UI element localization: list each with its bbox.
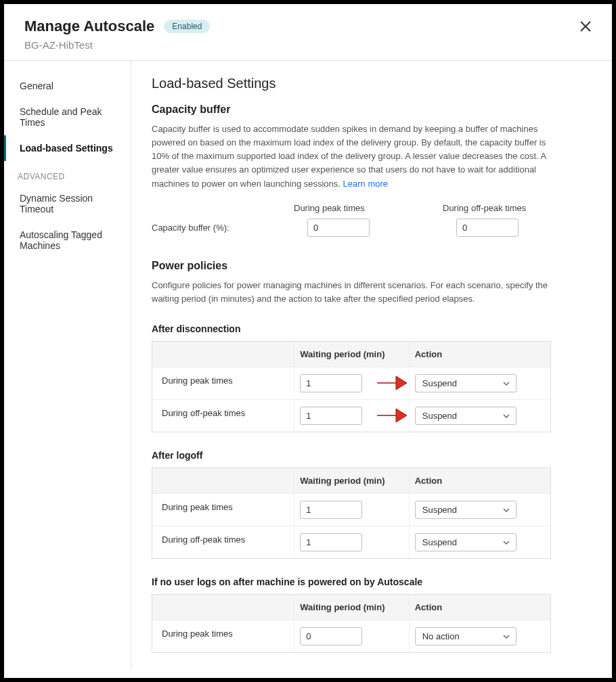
chevron-down-icon	[502, 380, 509, 386]
wait-input[interactable]	[300, 501, 362, 519]
table-row: During peak times Suspend	[152, 494, 550, 526]
select-value: Suspend	[422, 505, 457, 515]
col-wait: Waiting period (min)	[294, 468, 408, 493]
section-title: Load-based Settings	[152, 76, 592, 91]
nouser-table: Waiting period (min) Action During peak …	[152, 594, 551, 653]
action-select[interactable]: Suspend	[415, 533, 516, 551]
logoff-title: After logoff	[152, 450, 592, 461]
sidebar-section-label: ADVANCED	[4, 161, 131, 185]
row-label: During off-peak times	[152, 526, 294, 558]
nouser-title: If no user logs on after machine is powe…	[152, 576, 592, 587]
col-action: Action	[409, 595, 550, 620]
cb-row-label: Capacity buffer (%):	[152, 223, 294, 233]
capacity-desc: Capacity buffer is used to accommodate s…	[152, 122, 558, 191]
disc-table: Waiting period (min) Action During peak …	[152, 341, 551, 432]
wait-input[interactable]	[300, 533, 362, 551]
arrow-icon	[376, 406, 408, 425]
select-value: Suspend	[422, 537, 457, 547]
wait-input[interactable]	[300, 627, 362, 645]
sidebar-item-dynamic-timeout[interactable]: Dynamic Session Timeout	[4, 185, 131, 222]
row-label: During peak times	[152, 367, 294, 399]
table-row: During peak times No action	[152, 620, 550, 652]
cb-col-offpeak: During off-peak times	[443, 203, 578, 213]
power-desc: Configure policies for power managing ma…	[152, 279, 558, 306]
capacity-heading: Capacity buffer	[152, 104, 592, 116]
chevron-down-icon	[502, 412, 509, 419]
page-subtitle: BG-AZ-HibTest	[24, 39, 210, 51]
sidebar-item-schedule[interactable]: Schedule and Peak Times	[4, 99, 131, 135]
status-badge: Enabled	[164, 20, 210, 33]
col-action: Action	[409, 342, 550, 367]
col-wait: Waiting period (min)	[294, 342, 408, 367]
sidebar-item-load-based[interactable]: Load-based Settings	[4, 135, 131, 161]
disc-title: After disconnection	[152, 323, 592, 334]
chevron-down-icon	[502, 506, 509, 513]
row-label: During off-peak times	[152, 400, 294, 432]
sidebar-item-general[interactable]: General	[4, 73, 131, 99]
sidebar-item-tagged-machines[interactable]: Autoscaling Tagged Machines	[4, 222, 131, 258]
select-value: Suspend	[422, 411, 457, 421]
select-value: Suspend	[422, 378, 457, 388]
table-row: During off-peak times Suspend	[152, 526, 550, 558]
capacity-peak-input[interactable]	[307, 219, 370, 237]
power-heading: Power policies	[152, 260, 592, 272]
chevron-down-icon	[502, 539, 509, 545]
close-icon[interactable]	[579, 20, 592, 35]
table-row: During off-peak times Suspend	[152, 400, 550, 432]
select-value: No action	[422, 631, 460, 641]
arrow-icon	[376, 373, 408, 392]
row-label: During peak times	[152, 620, 294, 652]
learn-more-link[interactable]: Learn more	[343, 179, 388, 189]
chevron-down-icon	[502, 633, 509, 639]
table-row: During peak times Suspend	[152, 367, 550, 400]
action-select[interactable]: No action	[415, 627, 516, 645]
row-label: During peak times	[152, 494, 294, 526]
action-select[interactable]: Suspend	[415, 407, 516, 425]
wait-input[interactable]	[300, 374, 362, 392]
wait-input[interactable]	[300, 407, 362, 425]
capacity-offpeak-input[interactable]	[456, 219, 519, 237]
page-title: Manage Autoscale	[24, 18, 154, 35]
col-wait: Waiting period (min)	[294, 595, 408, 620]
action-select[interactable]: Suspend	[415, 374, 516, 392]
cb-col-peak: During peak times	[294, 203, 429, 213]
col-action: Action	[409, 468, 550, 493]
logoff-table: Waiting period (min) Action During peak …	[152, 468, 551, 559]
action-select[interactable]: Suspend	[415, 501, 516, 519]
